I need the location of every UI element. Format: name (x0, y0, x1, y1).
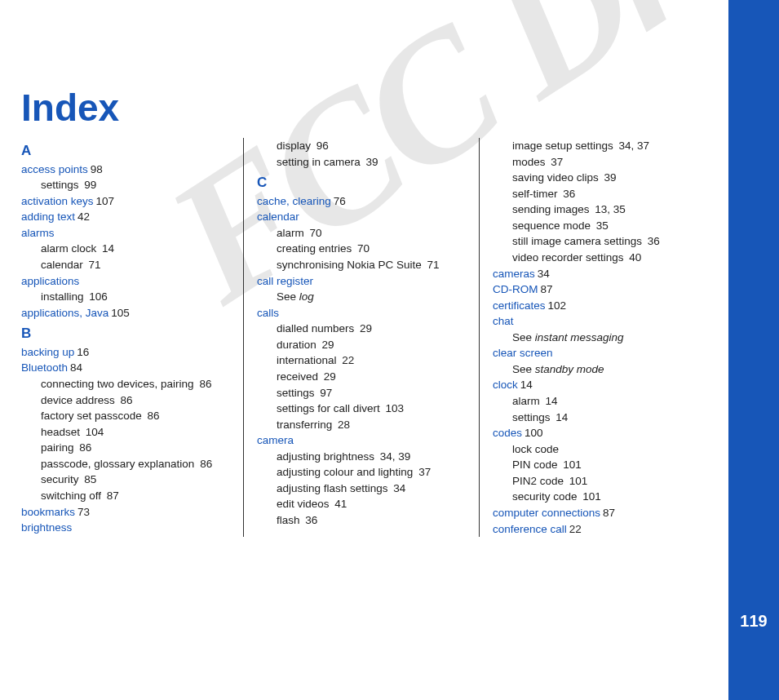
index-subentry: image setup settings 34, 37 (512, 138, 706, 154)
index-content: Index A access points98 settings 99 acti… (21, 86, 715, 537)
term[interactable]: brightness (21, 521, 72, 534)
page-ref: 70 (357, 242, 370, 255)
page-ref: 86 (148, 410, 160, 422)
index-subentry: international 22 (277, 352, 471, 369)
term[interactable]: cameras (493, 268, 535, 280)
page-ref: 35 (596, 219, 609, 232)
subterm: PIN2 code (512, 475, 564, 487)
see-target: log (299, 290, 314, 303)
index-subentry: passcode, glossary explanation 86 (41, 456, 235, 472)
index-subentry: adjusting colour and lighting 37 (277, 464, 471, 481)
page-ref: 37 (551, 156, 563, 168)
index-entry: backing up16 (21, 344, 235, 361)
term[interactable]: applications (21, 275, 79, 287)
page-ref: 36 (563, 188, 575, 200)
index-column-2: display 96 setting in camera 39 C cache,… (244, 138, 480, 537)
page-ref: 70 (310, 227, 322, 239)
index-entry: alarms (21, 225, 235, 241)
subterm: creating entries (277, 242, 352, 255)
index-subentry: See log (277, 289, 471, 305)
index-letter-c: C (257, 173, 471, 193)
subterm: saving video clips (512, 171, 599, 184)
page-ref: 14 (546, 395, 558, 407)
subterm: pairing (41, 441, 74, 454)
term[interactable]: bookmarks (21, 506, 75, 518)
page-sidebar (728, 0, 779, 700)
index-column-1: A access points98 settings 99 activation… (21, 138, 244, 537)
term[interactable]: camera (257, 434, 294, 446)
index-entry: clear screen (493, 345, 706, 361)
subterm: setting in camera (277, 156, 361, 168)
page-ref: 36 (648, 235, 660, 247)
index-subentry: settings 97 (277, 385, 471, 401)
subterm: lock code (512, 443, 559, 455)
index-columns: A access points98 settings 99 activation… (21, 138, 715, 537)
subterm: sending images (512, 203, 590, 215)
subterm: modes (512, 156, 546, 168)
term[interactable]: calendar (257, 210, 299, 223)
page-ref: 87 (541, 283, 553, 295)
page-ref: 22 (569, 523, 582, 535)
term[interactable]: cache, clearing (257, 195, 331, 207)
page-ref: 36 (305, 514, 317, 526)
page-ref: 37 (418, 466, 431, 478)
term[interactable]: alarms (21, 227, 55, 239)
page-number: 119 (728, 612, 779, 631)
index-subentry: installing 106 (41, 289, 235, 305)
term[interactable]: access points (21, 163, 88, 175)
index-subentry: saving video clips 39 (512, 170, 706, 186)
term[interactable]: codes (493, 427, 522, 439)
index-subentry: modes 37 (512, 154, 706, 171)
term[interactable]: calls (257, 307, 279, 319)
term[interactable]: certificates (493, 299, 546, 312)
term[interactable]: Bluetooth (21, 361, 68, 374)
term[interactable]: adding text (21, 210, 75, 223)
page-ref: 101 (569, 475, 588, 487)
subterm: security code (512, 490, 578, 503)
page-ref: 42 (77, 210, 90, 223)
term[interactable]: call register (257, 275, 313, 287)
index-subentry: sending images 13, 35 (512, 202, 706, 218)
subterm: switching off (41, 490, 101, 502)
term[interactable]: applications, Java (21, 307, 108, 319)
index-subentry: video recorder settings 40 (512, 250, 706, 266)
index-subentry: creating entries 70 (277, 241, 471, 257)
term[interactable]: clear screen (493, 347, 553, 359)
index-subentry: PIN2 code 101 (512, 473, 706, 490)
page-ref: 76 (334, 195, 346, 207)
term[interactable]: backing up (21, 346, 74, 358)
index-subentry: security 85 (41, 472, 235, 488)
index-subentry: settings 99 (41, 177, 235, 193)
index-subentry: security code 101 (512, 489, 706, 505)
page-ref: 86 (79, 441, 91, 454)
index-entry: conference call22 (493, 521, 706, 538)
subterm: connecting two devices, pairing (41, 378, 194, 390)
index-subentry: See standby mode (512, 361, 706, 378)
page-ref: 84 (70, 361, 82, 374)
index-subentry: received 29 (277, 369, 471, 385)
term[interactable]: clock (493, 379, 518, 391)
page-ref: 104 (86, 426, 104, 438)
index-subentry: pairing 86 (41, 440, 235, 456)
subterm: video recorder settings (512, 251, 624, 264)
page-ref: 86 (199, 378, 211, 390)
term[interactable]: conference call (493, 523, 567, 535)
subterm: alarm clock (41, 242, 96, 255)
subterm: alarm (277, 227, 304, 239)
subterm: calendar (41, 259, 83, 271)
page-ref: 40 (629, 251, 641, 264)
index-subentry: switching off 87 (41, 488, 235, 504)
subterm: still image camera settings (512, 235, 642, 247)
page-ref: 102 (548, 299, 567, 312)
index-subentry: still image camera settings 36 (512, 233, 706, 250)
term[interactable]: CD-ROM (493, 283, 538, 295)
see-target: standby mode (535, 363, 604, 375)
index-entry: bookmarks73 (21, 504, 235, 521)
term[interactable]: chat (493, 315, 514, 327)
term[interactable]: computer connections (493, 507, 600, 519)
subterm: device address (41, 394, 115, 406)
page-ref: 85 (84, 473, 96, 485)
page-ref: 97 (320, 387, 332, 399)
index-letter-a: A (21, 141, 235, 162)
term[interactable]: activation keys (21, 195, 94, 207)
